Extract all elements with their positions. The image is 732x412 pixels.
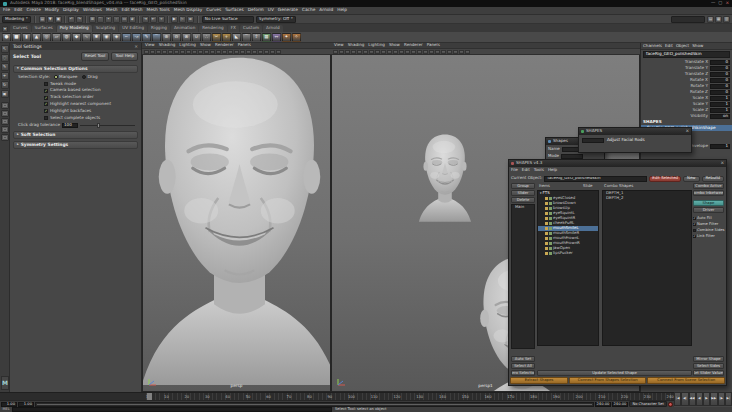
snap-projected-center-icon[interactable]: ◦ [113, 16, 120, 23]
bookmark-icon[interactable] [351, 50, 356, 54]
boolean-intersect-icon[interactable]: ⊗ [182, 33, 191, 42]
camera-attributes-icon[interactable] [345, 50, 350, 54]
ambient-occlusion-icon[interactable] [453, 50, 458, 54]
check-auto-fill[interactable]: ✓Auto Fill [693, 216, 724, 221]
textured-icon[interactable] [246, 50, 251, 54]
shadows-icon[interactable] [447, 50, 452, 54]
scale-tool[interactable]: ▣ [1, 90, 9, 98]
safe-action-icon[interactable] [216, 50, 221, 54]
panel-menu-lighting[interactable]: Lighting [179, 43, 196, 48]
lock-camera-icon[interactable] [150, 50, 155, 54]
panel-menu-renderer[interactable]: Renderer [404, 43, 423, 48]
tolerance-slider[interactable] [80, 125, 135, 126]
symmetry-selector[interactable]: Symmetry: Off ▾ [256, 16, 296, 23]
tool-help-button[interactable]: Tool Help [111, 52, 138, 61]
group-list[interactable]: Main [511, 204, 535, 349]
radio-drag[interactable]: Drag [82, 75, 97, 80]
panel-menu-view[interactable]: View [145, 43, 155, 48]
shapes-editor-window[interactable]: SHAPES v4.3 × FileEditToolsHelp Current … [508, 159, 727, 386]
cube-icon[interactable]: ■ [12, 33, 21, 42]
info-field[interactable] [582, 138, 604, 143]
menu-set-selector[interactable]: Modeling ▾ [2, 16, 31, 23]
tolerance-field[interactable]: 100 [62, 123, 78, 128]
channel-value[interactable]: 0 [710, 84, 730, 89]
soccer-ball-icon[interactable]: ◉ [102, 33, 111, 42]
2d-pan-zoom-icon[interactable] [174, 50, 179, 54]
checkbox-select-complete-objects[interactable] [44, 116, 48, 120]
channel-value[interactable]: on [710, 114, 730, 119]
channel-value[interactable]: 0 [710, 78, 730, 83]
shaded-icon[interactable] [240, 50, 245, 54]
gate-mask-icon[interactable] [204, 50, 209, 54]
menu-surfaces[interactable]: Surfaces [225, 8, 244, 13]
safe-title-icon[interactable] [222, 50, 227, 54]
grease-pencil-icon[interactable] [369, 50, 374, 54]
persp-graph-layout[interactable] [1, 126, 9, 133]
channelbox-menu-show[interactable]: Show [692, 44, 703, 49]
combo-item-depth-2[interactable]: DEPTH_2 [603, 196, 691, 201]
ambient-occlusion-icon[interactable] [264, 50, 269, 54]
checkbox-camera-based-selection[interactable]: ✓ [44, 89, 48, 93]
grease-pencil-icon[interactable] [180, 50, 185, 54]
shape-mode-button[interactable]: Shape [693, 200, 724, 206]
channel-value[interactable]: 0 [710, 66, 730, 71]
xray-icon[interactable] [276, 50, 281, 54]
select-camera-icon[interactable] [144, 50, 149, 54]
menu-create[interactable]: Create [27, 8, 41, 13]
go-to-end-button[interactable]: ▶| [725, 392, 732, 406]
maximize-button[interactable]: ▢ [718, 1, 722, 6]
film-gate-icon[interactable] [192, 50, 197, 54]
anti-alias-icon[interactable] [270, 50, 275, 54]
channel-value[interactable]: 0 [710, 72, 730, 77]
shelf-tab-uv-editing[interactable]: UV Editing [119, 25, 147, 32]
bevel-icon[interactable]: ◣ [232, 33, 241, 42]
selected-object-name[interactable]: faceRig_GEO_polishedSkin [643, 51, 730, 58]
panel-menu-shading[interactable]: Shading [159, 43, 176, 48]
pencil-curve-icon[interactable]: ✎ [142, 33, 151, 42]
playback-end-field[interactable]: 240.00 [595, 402, 611, 407]
tool-settings-toggle[interactable]: ▦ [715, 16, 722, 23]
section-soft-selection[interactable]: ▸ Soft Selection [13, 131, 138, 139]
safe-action-icon[interactable] [405, 50, 410, 54]
panel-menu-show[interactable]: Show [389, 43, 400, 48]
hypershade-layout[interactable] [1, 134, 9, 141]
safe-title-icon[interactable] [411, 50, 416, 54]
shelf-tab-arnold[interactable]: Arnold [263, 25, 283, 32]
menu-mesh[interactable]: Mesh [106, 8, 117, 13]
panel-menu-renderer[interactable]: Renderer [215, 43, 234, 48]
single-pane-layout[interactable] [1, 102, 9, 109]
time-slider[interactable]: 1102030405060708090100110120130140150160… [0, 392, 732, 400]
redo-icon[interactable]: ↷ [76, 16, 83, 23]
fill-icon[interactable] [417, 50, 422, 54]
curve-tool-icon[interactable]: ~ [122, 33, 131, 42]
channelbox-menu-channels[interactable]: Channels [643, 44, 662, 49]
open-scene-icon[interactable]: ▼ [47, 16, 54, 23]
mirror-shape-button[interactable]: Mirror Shape [693, 356, 724, 362]
output-connections-icon[interactable]: ⇤ [150, 16, 157, 23]
camera-attributes-icon[interactable] [156, 50, 161, 54]
attribute-editor-toggle[interactable]: ▤ [707, 16, 714, 23]
cylinder-icon[interactable]: ▮ [22, 33, 31, 42]
panel-menu-panels[interactable]: Panels [427, 43, 440, 48]
animation-start-field[interactable]: 1.00 [1, 402, 17, 407]
fill-icon[interactable] [228, 50, 233, 54]
disc-icon[interactable]: ◍ [62, 33, 71, 42]
field-chart-icon[interactable] [399, 50, 404, 54]
panel-menu-show[interactable]: Show [200, 43, 211, 48]
zero-selection-button[interactable]: Zero Selection [511, 370, 535, 376]
menu-file[interactable]: File [3, 8, 10, 13]
close-icon[interactable]: × [685, 129, 689, 134]
group-item-main[interactable]: Main [512, 205, 534, 210]
select-sides-button[interactable]: Select Sides [693, 363, 724, 369]
combine-icon[interactable]: ∪ [192, 33, 201, 42]
coordinate-entry-field[interactable] [671, 16, 705, 23]
viewport-perspective[interactable]: ViewShadingLightingShowRendererPanels pe… [142, 43, 331, 392]
reset-tool-button[interactable]: Reset Tool [81, 52, 110, 61]
menu-help[interactable]: Help [337, 8, 347, 13]
edit-selected-button[interactable]: Edit Selected [649, 176, 681, 182]
menu-windows[interactable]: Windows [83, 8, 102, 13]
section-symmetry-settings[interactable]: ▸ Symmetry Settings [13, 141, 138, 149]
step-back-key-button[interactable]: ◀◀ [689, 392, 696, 406]
step-back-frame-button[interactable]: ◀| [681, 392, 688, 406]
close-icon[interactable]: × [134, 44, 138, 49]
